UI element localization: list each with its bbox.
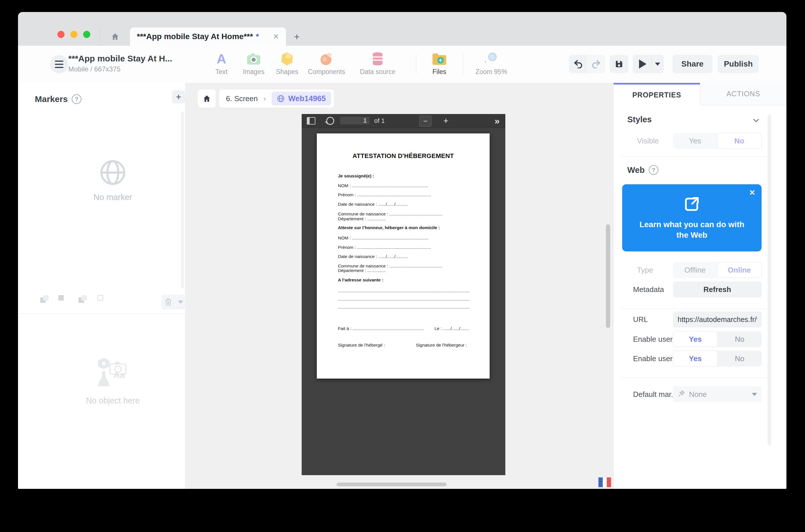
pdf-zoom-out-button[interactable]: − [419, 116, 432, 127]
component-blob-icon [305, 52, 348, 66]
minimize-window-traffic-light[interactable] [70, 31, 77, 38]
tool-shapes[interactable]: Shapes [266, 52, 308, 76]
pdf-page-count: of 1 [374, 114, 385, 128]
group-icon[interactable] [79, 295, 87, 304]
search-icon [326, 117, 334, 125]
doc-line: A l’adresse suivante : [338, 278, 383, 283]
default-marker-value: None [689, 390, 748, 399]
doc-line: Prénom : ...............................… [338, 245, 431, 250]
active-project-tab[interactable]: ***App mobile Stay At Home*** * ✕ [130, 27, 286, 46]
main-menu-button[interactable] [50, 55, 68, 73]
pdf-sidebar-toggle-button[interactable] [307, 114, 315, 128]
breadcrumb-screen[interactable]: 6. Screen [226, 94, 258, 103]
doc-line: ........................................… [338, 288, 470, 293]
empty-object-illustration: Aa [97, 358, 134, 389]
canvas-area[interactable]: 6. Screen › Web14965 of 1 − + [186, 83, 613, 489]
home-tab[interactable] [100, 27, 130, 46]
close-tab-icon[interactable]: ✕ [273, 32, 279, 41]
tool-files[interactable]: Files [418, 52, 461, 76]
doc-line: Signature de l’hébergé : [338, 343, 385, 348]
divider [620, 378, 771, 378]
close-promo-icon[interactable]: ✕ [749, 188, 755, 197]
enable-user-1-yes[interactable]: Yes [673, 331, 717, 347]
hexagon-icon [266, 52, 308, 66]
no-marker-text: No marker [93, 193, 132, 202]
promo-text: Learn what you can do with the Web [635, 219, 749, 240]
pdf-zoom-in-button[interactable]: + [443, 114, 448, 128]
breadcrumb-node-chip[interactable]: Web14965 [272, 92, 331, 106]
web-section-header: Web ? [627, 165, 658, 175]
doc-line: NOM : ..................................… [338, 183, 428, 188]
share-button[interactable]: Share [672, 55, 712, 73]
redo-button[interactable] [587, 55, 605, 73]
delete-options-button[interactable] [175, 294, 186, 309]
url-input[interactable] [673, 311, 762, 327]
zoom-window-traffic-light[interactable] [83, 31, 90, 38]
tool-components[interactable]: Components [305, 52, 348, 76]
undo-button[interactable] [569, 55, 587, 73]
help-icon[interactable]: ? [72, 94, 81, 104]
default-marker-dropdown[interactable]: None [673, 386, 762, 402]
enable-user-2-yes[interactable]: Yes [673, 350, 717, 366]
pdf-more-tools-button[interactable]: » [495, 114, 500, 128]
send-back-icon[interactable] [55, 295, 64, 304]
pdf-page-input[interactable] [340, 116, 370, 125]
visible-no-option[interactable]: No [717, 133, 762, 149]
divider [620, 156, 771, 157]
panel-tabs: PROPERTIES ACTIONS [614, 83, 786, 105]
french-flag-icon[interactable] [598, 477, 611, 487]
tab-actions[interactable]: ACTIONS [700, 83, 786, 105]
home-icon [111, 32, 119, 41]
enable-user-2-toggle: Yes No [673, 350, 762, 366]
ungroup-icon[interactable] [95, 295, 103, 304]
pdf-search-button[interactable] [326, 114, 334, 128]
play-options-button[interactable] [651, 55, 664, 73]
tab-properties[interactable]: PROPERTIES [614, 83, 700, 105]
chevron-down-icon [178, 301, 183, 304]
breadcrumb-home-button[interactable] [198, 90, 216, 108]
type-online-option[interactable]: Online [717, 262, 762, 278]
doc-line: Signature de l’hébergeur : [416, 343, 467, 348]
tool-data-source[interactable]: Data source [356, 52, 399, 76]
hamburger-icon [55, 61, 63, 62]
doc-line: Fait à : ...............................… [338, 326, 424, 331]
document-title: ***App mobile Stay At H... [68, 54, 172, 63]
play-group [633, 55, 664, 73]
add-marker-button[interactable]: + [172, 90, 185, 103]
collapse-styles-button[interactable] [752, 117, 760, 124]
enable-user-1-no[interactable]: No [717, 331, 762, 347]
enable-user-1-label: Enable user... [633, 335, 676, 344]
canvas-horizontal-scrollbar[interactable] [337, 482, 446, 486]
save-button[interactable] [610, 55, 628, 73]
visible-yes-option[interactable]: Yes [673, 133, 717, 149]
markers-panel: Markers ? + No marker [18, 83, 186, 489]
pdf-viewer: of 1 − + » ATTESTATION D'HÉBERGEMENT Je … [302, 114, 505, 475]
text-tool-icon: A [216, 52, 226, 65]
delete-marker-button[interactable] [161, 294, 175, 309]
panel-scrollbar[interactable] [768, 114, 771, 446]
panel-divider [18, 314, 185, 314]
publish-button[interactable]: Publish [718, 55, 759, 73]
globe-icon [99, 159, 127, 187]
play-button[interactable] [633, 55, 651, 73]
pdf-page: ATTESTATION D'HÉBERGEMENT Je soussigné(e… [317, 133, 490, 379]
close-window-traffic-light[interactable] [57, 31, 64, 38]
web-promo-card[interactable]: ✕ Learn what you can do with the Web [622, 184, 762, 251]
help-icon[interactable]: ? [649, 165, 658, 175]
markers-scrollbar[interactable] [181, 111, 184, 289]
enable-user-2-no[interactable]: No [717, 350, 762, 366]
tab-strip: ***App mobile Stay At Home*** * ✕ + [18, 12, 786, 46]
new-tab-button[interactable]: + [294, 27, 300, 46]
doc-line: Commune de naissance : .................… [338, 211, 442, 216]
tool-zoom[interactable]: Zoom 95% [470, 52, 513, 76]
bring-front-icon[interactable] [40, 295, 49, 304]
document-info: ***App mobile Stay At H... Mobile / 667x… [68, 54, 172, 73]
refresh-button[interactable]: Refresh [673, 281, 762, 298]
chevron-down-icon [752, 393, 757, 396]
type-offline-option[interactable]: Offline [673, 262, 717, 278]
canvas-vertical-scrollbar[interactable] [606, 224, 610, 328]
doc-line: ........................................… [338, 305, 470, 310]
properties-panel: PROPERTIES ACTIONS Styles Visible Yes No… [613, 83, 786, 489]
pdf-toolbar: of 1 − + » [302, 114, 505, 128]
styles-section-header[interactable]: Styles [627, 115, 652, 124]
